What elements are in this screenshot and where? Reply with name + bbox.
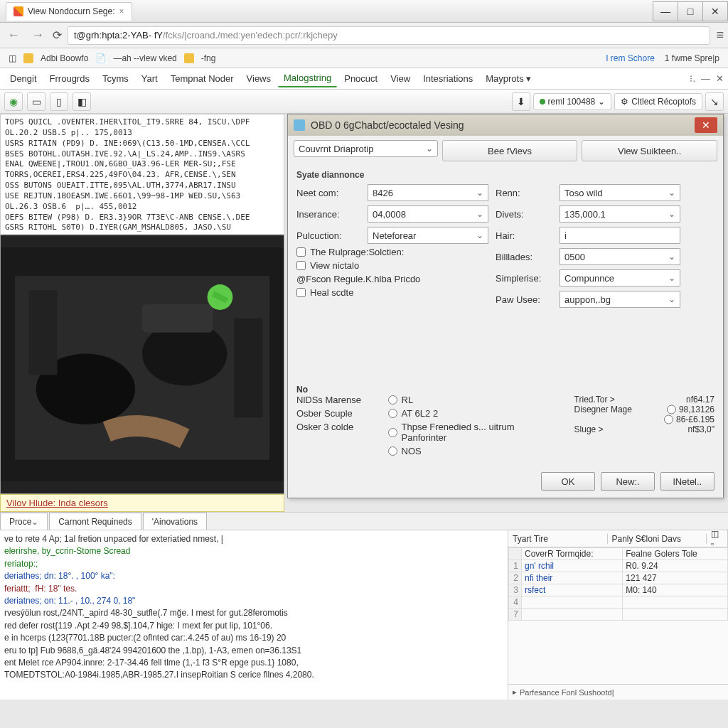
check-fscon[interactable]: @Fscon Regule.K.hlba Pricdo [296,274,488,284]
section-label: No [296,385,714,395]
svg-rect-7 [234,318,262,417]
field-label: Neet com: [296,188,360,198]
simplerise-select[interactable]: Compunnce [560,269,680,287]
check-rulprage[interactable]: The Rulprage:Solctien: [296,247,488,257]
close-button[interactable]: ✕ [702,1,728,21]
bookmark-link[interactable]: 1 fwme Spre|p [665,53,719,63]
address-bar[interactable]: t@grh:hpta:2-YAB- fY /fcks/|croand./med:… [68,26,710,45]
bottom-tab[interactable]: 'Ainovations [143,513,207,530]
menu-views[interactable]: Views [241,70,277,87]
sidepanel-table: CoverR Tormqide:Fealne Golers Tole 1gn' … [508,547,728,684]
code-output: TOPS QUICL .OVENTER.IHER\ITOL_IT9.SRRE 8… [0,114,284,235]
field-label: Billlades: [496,252,552,262]
image-caption: Vilov Hlude: Inda clesors [0,494,284,512]
menu-mayprots[interactable]: Mayprots ▾ [480,70,537,87]
menu-frrougrds[interactable]: Frrougrds [44,70,95,87]
inserance-select[interactable]: 04,0008 [368,205,488,223]
radio-label: NlDSs Marense [296,395,374,405]
field-label: Inserance: [296,209,360,220]
radio-option[interactable]: NOS [388,446,560,456]
dialog-tab[interactable]: Bee fVievs [442,140,578,161]
menubar-close-icon[interactable]: ✕ [716,73,724,84]
engine-image [0,235,284,494]
menubar-config-icon[interactable]: ⁝. [690,73,695,84]
menu-view[interactable]: View [385,70,416,87]
main-menubar: Dengit Frrougrds Tcyms Yart Tempnat Node… [0,68,728,90]
bookmark-icon [23,53,33,63]
bottom-tab[interactable]: Proce [0,513,48,530]
menu-icon[interactable]: ≡ [716,28,724,43]
back-icon[interactable]: ← [4,28,23,43]
field-label: Paw Usee: [496,294,552,305]
dialog-close-button[interactable]: ✕ [695,117,717,133]
dialog-tab[interactable]: Couvrnt Driaprotip [294,140,438,157]
toolbar-button[interactable]: ↘ [705,92,724,111]
paw-usee-select[interactable]: auppon,.bg [560,291,680,308]
dialog-tab[interactable]: View Suikteen.. [582,140,717,161]
minimize-button[interactable]: — [653,1,678,21]
neet-com-select[interactable]: 8426 [368,184,488,201]
status-tag[interactable]: reml 100488⌄ [533,93,612,110]
ok-button[interactable]: OK [541,472,595,491]
section-label: Syate diannonce [296,170,714,180]
tab-title: View Nondocurn Sege: [28,6,115,16]
toolbar-button[interactable]: ▯ [50,92,68,111]
sidepanel-header: Tyart TirePanly S€loni Davs◫ ▫ [508,530,728,547]
caption-link[interactable]: Vilov Hlude: Inda clesors [6,498,108,508]
new-button[interactable]: New:. [601,472,655,491]
menu-tcyms[interactable]: Tcyms [97,70,134,87]
menu-pnocuct[interactable]: Pnocuct [338,70,383,87]
toolbar-button[interactable]: ▭ [27,92,46,111]
radio-option[interactable]: AT 6L2 2 [388,408,560,419]
reload-icon[interactable]: ⟳ [53,28,62,42]
menu-malogstring[interactable]: Malogstring [278,70,337,87]
bookmark-link[interactable]: I rem Schore [606,53,655,63]
bookmark-icon [184,53,194,63]
radio-label: Osker 3 colde [296,422,374,432]
status-tag[interactable]: ⚙Cltlect Récoptofs [614,93,702,110]
field-label: Simplerise: [496,273,552,284]
bottom-tab[interactable]: Carnont Requineds [49,513,141,530]
hair-input[interactable]: i [560,227,680,244]
pulcuction-select[interactable]: Neteforear [368,227,488,244]
divets-select[interactable]: 135,000.1 [560,205,680,223]
billades-select[interactable]: 0500 [560,248,680,265]
browser-tab[interactable]: View Nondocurn Sege: × [6,2,132,21]
bookmark-item[interactable]: —ah --vlew vked [113,53,176,63]
svg-rect-4 [142,304,213,333]
run-button[interactable]: ◉ [4,92,23,111]
menubar-minimize-icon[interactable]: — [701,73,710,84]
svg-rect-6 [29,290,58,375]
toolbar-button[interactable]: ⬇ [512,92,530,111]
menu-dengit[interactable]: Dengit [4,70,43,87]
menu-intesriations[interactable]: Intesriations [417,70,478,87]
bookmark-item[interactable]: Adbi Boowfo [41,53,88,63]
field-label: Renn: [496,188,552,198]
check-view-nictalo[interactable]: View nictalo [296,260,488,271]
inetel-button[interactable]: lNetel.. [660,472,714,491]
bookmark-icon: 📄 [95,53,106,63]
radio-option[interactable]: RL [388,395,560,405]
radio-label: Osber Scuple [296,408,374,419]
favicon-icon [14,6,23,16]
maximize-button[interactable]: □ [678,1,703,21]
gear-icon: ⚙ [621,97,628,107]
tab-close-icon[interactable]: × [119,6,124,16]
forward-icon[interactable]: → [28,28,47,43]
menu-tempnat[interactable]: Tempnat Noder [165,70,240,87]
toolbar-button[interactable]: ◧ [73,92,91,111]
dialog-icon [294,119,305,131]
dialog-title: OBD 0 6gChabct/ecoctaled Vesing [311,119,464,131]
renn-select[interactable]: Toso wild [560,184,680,201]
apps-icon[interactable]: ◫ [9,53,16,63]
console-output: ve to rete 4 Ap; 1al fretion unpaced for… [0,530,508,700]
menu-yart[interactable]: Yart [136,70,164,87]
radio-option[interactable]: Thpse Frenedied s... uitrum Panforinter [388,422,560,443]
bookmarks-bar: ◫ Adbi Boowfo 📄 —ah --vlew vked -fng I r… [0,48,728,68]
check-heal-scdte[interactable]: Heal scdte [296,287,488,298]
settings-dialog: OBD 0 6gChabct/ecoctaled Vesing ✕ Couvrn… [287,114,724,498]
bookmark-item[interactable]: -fng [201,53,216,63]
field-label: Divets: [496,209,552,220]
field-label: Pulcuction: [296,230,360,241]
field-label: Hair: [496,230,552,241]
